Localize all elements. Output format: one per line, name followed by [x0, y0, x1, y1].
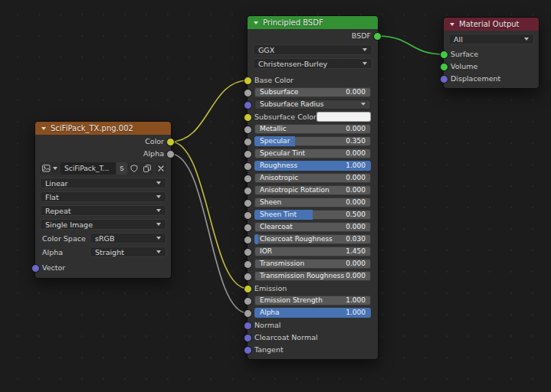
- projection-dropdown[interactable]: Flat: [40, 191, 166, 202]
- bsdf-row-metallic: Metallic0.000: [248, 122, 378, 135]
- socket-subsurface-radius-input[interactable]: [244, 101, 252, 109]
- socket-subsurface-color-input[interactable]: [244, 113, 252, 122]
- slider-value: 1.000: [346, 309, 366, 316]
- socket-subsurface-input[interactable]: [244, 89, 252, 97]
- sheen-slider[interactable]: Sheen0.000: [254, 198, 371, 207]
- row-label: Base Color: [254, 76, 294, 84]
- ior-slider[interactable]: IOR1.450: [254, 247, 371, 256]
- node-material-output[interactable]: Material Output All SurfaceVolumeDisplac…: [443, 17, 540, 89]
- sheen-tint-slider[interactable]: Sheen Tint0.500: [254, 210, 371, 220]
- node-principled-bsdf[interactable]: Principled BSDF BSDF GGX Christensen-Bur…: [247, 15, 379, 360]
- clearcoat-roughness-slider[interactable]: Clearcoat Roughness0.030: [254, 234, 371, 244]
- socket-color-output[interactable]: [166, 138, 175, 146]
- socket-emission-strength-input[interactable]: [244, 297, 252, 305]
- socket-anisotropic-rotation-input[interactable]: [244, 187, 252, 195]
- socket-clearcoat-input[interactable]: [244, 224, 252, 232]
- alpha-mode-dropdown[interactable]: Straight: [90, 247, 166, 257]
- collapse-chevron-icon[interactable]: [254, 21, 258, 24]
- chevron-down-icon: [53, 167, 57, 170]
- socket-clearcoat-roughness-input[interactable]: [244, 236, 252, 244]
- node-header-principled-bsdf[interactable]: Principled BSDF: [248, 16, 378, 29]
- output-row-displacement: Displacement: [444, 72, 539, 84]
- metallic-slider[interactable]: Metallic0.000: [254, 124, 371, 134]
- specular-tint-slider[interactable]: Specular Tint0.000: [254, 149, 371, 158]
- color-space-dropdown[interactable]: sRGB: [90, 233, 166, 243]
- image-name-field[interactable]: SciFiPack_T...: [61, 162, 116, 175]
- socket-transmission-roughness-input[interactable]: [244, 273, 252, 281]
- image-users-button[interactable]: 5: [116, 162, 127, 175]
- node-editor-canvas[interactable]: SciFiPack_TX.png.002 Color Alpha SciFiPa…: [0, 0, 551, 392]
- socket-normal-input[interactable]: [244, 322, 252, 330]
- output-row-volume: Volume: [444, 60, 539, 72]
- output-row-bsdf: BSDF: [248, 29, 378, 41]
- emission-strength-slider[interactable]: Emission Strength1.000: [254, 296, 371, 305]
- socket-bsdf-output[interactable]: [373, 32, 382, 41]
- subsurface-radius-button[interactable]: Subsurface Radius: [254, 100, 371, 109]
- socket-specular-tint-input[interactable]: [244, 150, 252, 158]
- bsdf-row-normal: Normal: [248, 318, 378, 331]
- socket-anisotropic-input[interactable]: [244, 175, 252, 183]
- socket-displacement-input[interactable]: [440, 75, 448, 83]
- anisotropic-slider[interactable]: Anisotropic0.000: [254, 173, 371, 183]
- socket-ior-input[interactable]: [244, 248, 252, 256]
- subsurface-method-dropdown[interactable]: Christensen-Burley: [253, 58, 372, 69]
- bsdf-row-clearcoat-normal: Clearcoat Normal: [248, 331, 378, 343]
- socket-sheen-input[interactable]: [244, 199, 252, 207]
- new-image-button[interactable]: [141, 162, 153, 175]
- socket-vector-input[interactable]: [31, 264, 40, 273]
- transmission-slider[interactable]: Transmission0.000: [254, 259, 371, 269]
- unlink-image-button[interactable]: [156, 162, 166, 175]
- row-label: Tangent: [254, 345, 284, 354]
- slider-label: Anisotropic: [260, 174, 298, 181]
- socket-tangent-input[interactable]: [244, 346, 252, 354]
- image-browse-button[interactable]: [40, 162, 60, 175]
- collapse-chevron-icon[interactable]: [41, 127, 46, 130]
- socket-specular-input[interactable]: [244, 138, 252, 146]
- projection-row: Flat: [40, 191, 166, 202]
- node-header-image-texture[interactable]: SciFiPack_TX.png.002: [35, 122, 171, 135]
- socket-roughness-input[interactable]: [244, 162, 252, 171]
- socket-surface-input[interactable]: [440, 51, 448, 59]
- subsurface-slider[interactable]: Subsurface0.000: [254, 87, 371, 97]
- extension-dropdown[interactable]: Repeat: [40, 205, 166, 216]
- extension-row: Repeat: [40, 205, 166, 216]
- bsdf-row-clearcoat-roughness: Clearcoat Roughness0.030: [248, 233, 378, 245]
- target-dropdown[interactable]: All: [448, 34, 534, 44]
- node-title: Principled BSDF: [263, 18, 323, 27]
- socket-alpha-input[interactable]: [244, 309, 252, 318]
- transmission-roughness-slider[interactable]: Transmission Roughness0.000: [254, 271, 371, 281]
- slider-label: IOR: [260, 247, 272, 255]
- chevron-down-icon: [156, 209, 161, 212]
- input-row-vector: Vector: [35, 261, 171, 274]
- socket-volume-input[interactable]: [440, 63, 448, 71]
- node-header-material-output[interactable]: Material Output: [444, 18, 539, 31]
- socket-sheen-tint-input[interactable]: [244, 211, 252, 220]
- collapse-chevron-icon[interactable]: [450, 23, 454, 26]
- fake-user-button[interactable]: [128, 162, 140, 175]
- specular-slider[interactable]: Specular0.350: [254, 136, 371, 146]
- target-row: All: [448, 34, 534, 44]
- clearcoat-slider[interactable]: Clearcoat0.000: [254, 222, 371, 232]
- socket-base-color-input[interactable]: [244, 77, 252, 85]
- socket-metallic-input[interactable]: [244, 126, 252, 134]
- row-label: Subsurface Color: [254, 113, 316, 121]
- slider-label: Alpha: [260, 309, 280, 316]
- roughness-slider[interactable]: Roughness1.000: [254, 161, 371, 171]
- anisotropic-rotation-slider[interactable]: Anisotropic Rotation0.000: [254, 185, 371, 195]
- subsurface-color-swatch[interactable]: [316, 112, 371, 122]
- slider-value: 0.000: [346, 272, 366, 279]
- interpolation-dropdown[interactable]: Linear: [40, 178, 166, 188]
- bsdf-row-transmission: Transmission0.000: [248, 257, 378, 270]
- input-label: Volume: [451, 62, 477, 70]
- node-image-texture[interactable]: SciFiPack_TX.png.002 Color Alpha SciFiPa…: [34, 121, 172, 279]
- alpha-slider[interactable]: Alpha1.000: [254, 308, 371, 318]
- source-dropdown[interactable]: Single Image: [40, 219, 166, 230]
- slider-label: Clearcoat: [260, 223, 293, 230]
- bsdf-row-base-color: Base Color: [248, 74, 378, 86]
- socket-emission-input[interactable]: [244, 285, 252, 293]
- socket-transmission-input[interactable]: [244, 260, 252, 269]
- socket-alpha-output[interactable]: [166, 150, 175, 158]
- socket-clearcoat-normal-input[interactable]: [244, 334, 252, 342]
- slider-label: Sheen: [260, 198, 281, 206]
- distribution-dropdown[interactable]: GGX: [253, 44, 372, 55]
